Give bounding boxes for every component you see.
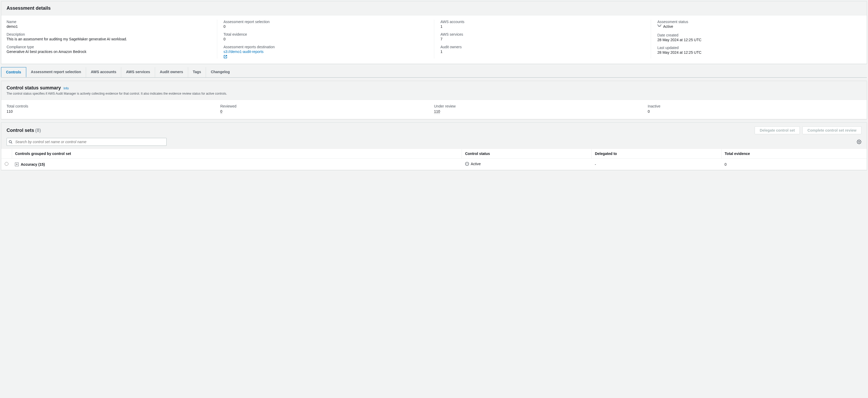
panel-title: Assessment details bbox=[6, 5, 862, 11]
date-created-label: Date created bbox=[657, 33, 862, 37]
assessment-status-value: Active bbox=[657, 24, 673, 29]
under-review-label: Under review bbox=[434, 104, 648, 108]
last-updated-label: Last updated bbox=[657, 45, 862, 50]
total-controls-label: Total controls bbox=[6, 104, 220, 108]
panel-title: Control status summary bbox=[6, 85, 61, 91]
col-grouped[interactable]: Controls grouped by control set bbox=[12, 149, 462, 159]
panel-description: The control status specifies if AWS Audi… bbox=[6, 92, 862, 95]
status-inprogress-icon bbox=[465, 162, 469, 166]
tab-changelog[interactable]: Changelog bbox=[206, 67, 234, 77]
svg-point-2 bbox=[659, 26, 660, 27]
name-value: demo1 bbox=[6, 24, 211, 29]
col-delegated[interactable]: Delegated to bbox=[592, 149, 721, 159]
panel-body: Name demo1 Description This is an assess… bbox=[1, 15, 867, 64]
row-evidence: 0 bbox=[721, 159, 867, 170]
row-radio[interactable] bbox=[5, 162, 8, 166]
external-link-icon[interactable] bbox=[223, 55, 428, 59]
control-status-summary-panel: Control status summary Info The control … bbox=[1, 81, 867, 119]
report-selection-value: 0 bbox=[223, 24, 428, 29]
detail-col-4: Assessment status Active Date created 28… bbox=[651, 20, 862, 59]
aws-accounts-value: 1 bbox=[440, 24, 645, 29]
detail-grid: Name demo1 Description This is an assess… bbox=[6, 20, 862, 59]
description-value: This is an assessment for auditing my Sa… bbox=[6, 37, 211, 41]
detail-col-1: Name demo1 Description This is an assess… bbox=[6, 20, 217, 59]
tab-controls[interactable]: Controls bbox=[1, 67, 26, 77]
complete-control-set-review-button[interactable]: Complete control set review bbox=[802, 126, 862, 134]
status-inprogress-icon bbox=[657, 24, 661, 29]
detail-col-2: Assessment report selection 0 Total evid… bbox=[217, 20, 434, 59]
report-selection-label: Assessment report selection bbox=[223, 20, 428, 24]
search-input[interactable] bbox=[6, 138, 166, 146]
row-delegated: - bbox=[592, 159, 721, 170]
settings-gear-icon[interactable] bbox=[857, 139, 862, 144]
panel-title: Control sets bbox=[6, 128, 34, 133]
name-label: Name bbox=[6, 20, 211, 24]
panel-body: Total controls 110 Reviewed 0 Under revi… bbox=[1, 100, 867, 119]
tab-aws-services[interactable]: AWS services bbox=[121, 67, 155, 77]
total-evidence-value: 0 bbox=[223, 37, 428, 41]
controls-table: Controls grouped by control set Control … bbox=[1, 149, 867, 170]
svg-point-1 bbox=[658, 26, 659, 27]
row-name[interactable]: Accuracy (15) bbox=[21, 162, 45, 166]
reviewed-value[interactable]: 0 bbox=[220, 109, 222, 114]
svg-point-3 bbox=[660, 26, 660, 27]
destination-link[interactable]: s3://demo1-audit-reports bbox=[223, 49, 264, 54]
audit-owners-value: 1 bbox=[440, 49, 645, 54]
total-evidence-label: Total evidence bbox=[223, 32, 428, 36]
svg-point-0 bbox=[658, 24, 661, 26]
under-review-value[interactable]: 110 bbox=[434, 109, 440, 114]
detail-col-3: AWS accounts 1 AWS services 7 Audit owne… bbox=[434, 20, 651, 59]
tab-report-selection[interactable]: Assessment report selection bbox=[26, 67, 86, 77]
tab-audit-owners[interactable]: Audit owners bbox=[155, 67, 188, 77]
status-text: Active bbox=[663, 24, 673, 29]
svg-point-4 bbox=[9, 140, 11, 143]
destination-label: Assessment reports destination bbox=[223, 45, 428, 49]
search-row bbox=[1, 138, 867, 149]
table-row: + Accuracy (15) Active - 0 bbox=[1, 159, 867, 170]
assessment-status-label: Assessment status bbox=[657, 20, 862, 24]
aws-services-value: 7 bbox=[440, 37, 645, 41]
expand-icon[interactable]: + bbox=[15, 163, 19, 166]
panel-header: Assessment details bbox=[1, 1, 867, 15]
panel-header: Control status summary Info The control … bbox=[1, 81, 867, 100]
audit-owners-label: Audit owners bbox=[440, 45, 645, 49]
tabs: Controls Assessment report selection AWS… bbox=[1, 67, 867, 77]
svg-point-8 bbox=[466, 164, 467, 164]
date-created-value: 28 May 2024 at 12:25 UTC bbox=[657, 38, 862, 42]
control-sets-count: (8) bbox=[35, 128, 41, 133]
inactive-value: 0 bbox=[648, 109, 862, 113]
svg-line-5 bbox=[11, 143, 12, 144]
tab-tags[interactable]: Tags bbox=[188, 67, 206, 77]
svg-point-9 bbox=[467, 164, 467, 164]
svg-point-6 bbox=[859, 141, 860, 143]
svg-point-10 bbox=[468, 164, 468, 164]
tab-aws-accounts[interactable]: AWS accounts bbox=[86, 67, 121, 77]
inactive-label: Inactive bbox=[648, 104, 862, 108]
col-status[interactable]: Control status bbox=[462, 149, 592, 159]
col-evidence[interactable]: Total evidence bbox=[721, 149, 867, 159]
aws-services-label: AWS services bbox=[440, 32, 645, 36]
reviewed-label: Reviewed bbox=[220, 104, 434, 108]
assessment-details-panel: Assessment details Name demo1 Descriptio… bbox=[1, 1, 867, 64]
panel-header: Control sets (8) Delegate control set Co… bbox=[1, 123, 867, 138]
compliance-type-label: Compliance type bbox=[6, 45, 211, 49]
info-link[interactable]: Info bbox=[63, 87, 69, 90]
row-status: Active bbox=[471, 162, 481, 166]
col-select bbox=[1, 149, 12, 159]
compliance-type-value: Generative AI best practices on Amazon B… bbox=[6, 49, 211, 54]
last-updated-value: 28 May 2024 at 12:25 UTC bbox=[657, 51, 862, 55]
delegate-control-set-button[interactable]: Delegate control set bbox=[755, 126, 800, 134]
aws-accounts-label: AWS accounts bbox=[440, 20, 645, 24]
control-sets-panel: Control sets (8) Delegate control set Co… bbox=[1, 123, 867, 170]
search-icon bbox=[9, 140, 12, 144]
description-label: Description bbox=[6, 32, 211, 36]
total-controls-value: 110 bbox=[6, 109, 220, 113]
